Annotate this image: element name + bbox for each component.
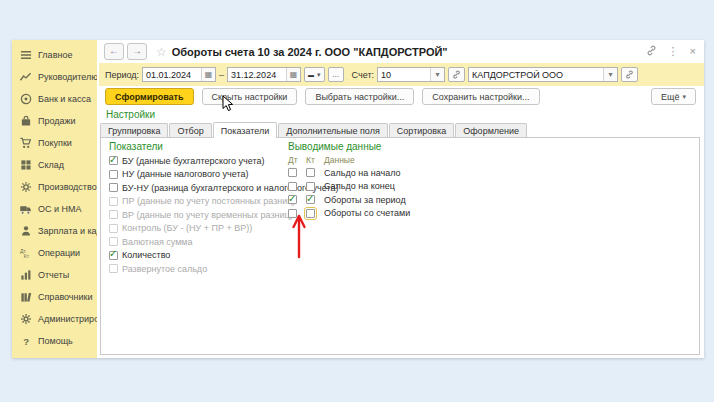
more-menu-icon[interactable]: ⋮ bbox=[668, 46, 679, 57]
books-icon bbox=[19, 291, 32, 304]
indicator-row: Валютная сумма bbox=[109, 235, 338, 249]
choose-settings-button[interactable]: Выбрать настройки... bbox=[305, 88, 414, 105]
dt-checkbox[interactable] bbox=[288, 195, 297, 204]
tab[interactable]: Группировка bbox=[100, 123, 168, 137]
kt-checkbox[interactable] bbox=[306, 182, 315, 191]
indicator-label: НУ (данные налогового учета) bbox=[122, 169, 249, 179]
sidebar-item-label: Главное bbox=[38, 50, 72, 60]
sidebar-item-label: Операции bbox=[38, 248, 80, 258]
report-title-bar: ← → ☆ Обороты счета 10 за 2024 г. ООО "К… bbox=[99, 40, 704, 63]
indicator-label: Контроль (БУ - (НУ + ПР + ВР)) bbox=[122, 223, 252, 233]
sidebar-item-label: Продажи bbox=[38, 116, 76, 126]
period-picker-button[interactable]: ▬▾ bbox=[304, 67, 325, 82]
indicator-checkbox bbox=[109, 224, 118, 233]
bag-icon bbox=[19, 115, 32, 128]
indicator-checkbox bbox=[109, 197, 118, 206]
sidebar-item-label: Зарплата и кадры bbox=[38, 226, 99, 236]
svg-text:Кт: Кт bbox=[24, 253, 30, 259]
sidebar-item[interactable]: Склад bbox=[12, 154, 97, 176]
date-from-group: ▦ bbox=[142, 67, 216, 82]
chevron-down-icon[interactable]: ▾ bbox=[430, 68, 444, 81]
menu-icon bbox=[19, 49, 32, 62]
chevron-down-icon: ▾ bbox=[317, 71, 321, 79]
output-data-label: Обороты за период bbox=[324, 195, 406, 205]
period-more-button[interactable]: ... bbox=[328, 67, 344, 82]
sidebar-item[interactable]: Покупки bbox=[12, 132, 97, 154]
data-column-label: Данные bbox=[324, 155, 355, 165]
save-settings-button[interactable]: Сохранить настройки... bbox=[422, 88, 539, 105]
output-data-label: Обороты со счетами bbox=[324, 208, 410, 218]
sidebar-item-label: Руководителю bbox=[38, 72, 98, 82]
sidebar-item[interactable]: Производство bbox=[12, 176, 97, 198]
get-link-icon[interactable] bbox=[646, 45, 657, 58]
tab[interactable]: Отбор bbox=[169, 123, 211, 137]
indicator-checkbox[interactable] bbox=[109, 251, 118, 260]
sidebar-item[interactable]: Зарплата и кадры bbox=[12, 220, 97, 242]
dt-checkbox[interactable] bbox=[288, 182, 297, 191]
output-data-row: Сальдо на конец bbox=[288, 180, 410, 194]
period-label: Период: bbox=[105, 70, 139, 80]
coin-icon bbox=[19, 93, 32, 106]
sidebar-item[interactable]: ДтКтОперации bbox=[12, 242, 97, 264]
indicator-row: Количество bbox=[109, 249, 338, 263]
sidebar-item[interactable]: Отчеты bbox=[12, 264, 97, 286]
calendar-icon[interactable]: ▦ bbox=[201, 68, 215, 81]
calendar-icon[interactable]: ▦ bbox=[286, 68, 300, 81]
boxes-icon bbox=[19, 159, 32, 172]
indicator-checkbox[interactable] bbox=[109, 183, 118, 192]
back-button[interactable]: ← bbox=[104, 43, 124, 60]
tab[interactable]: Оформление bbox=[455, 123, 527, 137]
generate-button[interactable]: Сформировать bbox=[105, 88, 194, 105]
sidebar-item[interactable]: Банк и касса bbox=[12, 88, 97, 110]
sidebar-item[interactable]: Администрирование bbox=[12, 308, 97, 330]
person-icon bbox=[19, 225, 32, 238]
tab[interactable]: Сортировка bbox=[389, 123, 454, 137]
content-area: ← → ☆ Обороты счета 10 за 2024 г. ООО "К… bbox=[99, 40, 704, 358]
indicator-checkbox bbox=[109, 210, 118, 219]
sidebar-item-label: Помощь bbox=[38, 336, 73, 346]
account-link-button[interactable] bbox=[448, 67, 465, 82]
date-to-group: ▦ bbox=[227, 67, 301, 82]
dt-checkbox[interactable] bbox=[288, 168, 297, 177]
organization-input[interactable] bbox=[469, 68, 603, 81]
organization-group: ▾ bbox=[468, 67, 618, 82]
indicator-label: ВР (данные по учету временных разниц) bbox=[122, 210, 293, 220]
sidebar-item[interactable]: Справочники bbox=[12, 286, 97, 308]
settings-tabs: ГруппировкаОтборПоказателиДополнительные… bbox=[99, 122, 704, 137]
output-data-row: Сальдо на начало bbox=[288, 166, 410, 180]
hide-settings-button[interactable]: Скрыть настройки bbox=[202, 88, 298, 105]
more-actions-button[interactable]: Ещё▾ bbox=[651, 88, 696, 105]
indicator-label: Валютная сумма bbox=[122, 237, 193, 247]
sidebar-item[interactable]: Главное bbox=[12, 44, 97, 66]
output-columns-header: Дт Кт Данные bbox=[288, 154, 410, 166]
sidebar-item[interactable]: Продажи bbox=[12, 110, 97, 132]
sidebar-item-label: Справочники bbox=[38, 292, 93, 302]
favorite-star-icon[interactable]: ☆ bbox=[156, 45, 167, 59]
lathe-icon bbox=[19, 181, 32, 194]
chevron-down-icon[interactable]: ▾ bbox=[603, 68, 617, 81]
sidebar-item-label: Покупки bbox=[38, 138, 72, 148]
sidebar-item[interactable]: ?Помощь bbox=[12, 330, 97, 352]
app-window: ГлавноеРуководителюБанк и кассаПродажиПо… bbox=[12, 40, 704, 358]
organization-link-button[interactable] bbox=[621, 67, 638, 82]
tab[interactable]: Показатели bbox=[213, 122, 277, 138]
date-to-input[interactable] bbox=[228, 68, 286, 81]
sidebar-item[interactable]: ОС и НМА bbox=[12, 198, 97, 220]
indicator-label: ПР (данные по учету постоянных разниц) bbox=[122, 196, 296, 206]
kt-checkbox[interactable] bbox=[306, 168, 315, 177]
kt-checkbox[interactable] bbox=[306, 209, 315, 218]
account-input[interactable] bbox=[378, 68, 430, 81]
sidebar-item[interactable]: Руководителю bbox=[12, 66, 97, 88]
indicator-checkbox[interactable] bbox=[109, 170, 118, 179]
indicator-checkbox bbox=[109, 237, 118, 246]
account-group: ▾ bbox=[377, 67, 445, 82]
dt-kt-icon: ДтКт bbox=[19, 247, 32, 260]
kt-checkbox[interactable] bbox=[306, 195, 315, 204]
forward-button[interactable]: → bbox=[127, 43, 147, 60]
close-icon[interactable]: × bbox=[690, 46, 696, 57]
dt-checkbox[interactable] bbox=[288, 209, 297, 218]
sidebar-item-label: Администрирование bbox=[38, 314, 99, 324]
tab[interactable]: Дополнительные поля bbox=[278, 123, 388, 137]
indicator-checkbox[interactable] bbox=[109, 156, 118, 165]
date-from-input[interactable] bbox=[143, 68, 201, 81]
